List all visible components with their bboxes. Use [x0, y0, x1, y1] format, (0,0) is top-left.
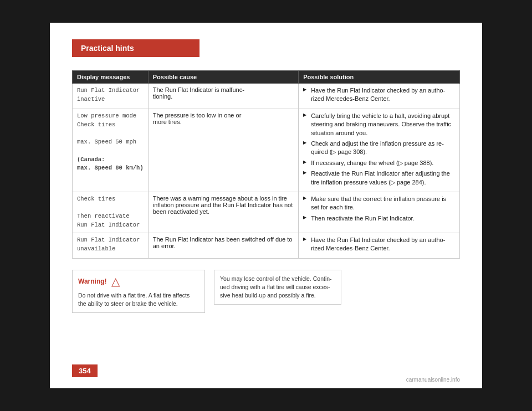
- solution-item: Reactivate the Run Flat Indicator after …: [303, 169, 455, 187]
- display-msg-cell: Run Flat Indicator unavailable: [73, 233, 149, 258]
- warning-triangle-icon: △: [111, 275, 120, 288]
- solution-item: If necessary, change the wheel (▷ page 3…: [303, 159, 455, 167]
- solution-cell: Make sure that the correct tire inflatio…: [299, 192, 460, 233]
- warning-title: Warning! △: [78, 275, 199, 288]
- table-row: Check tires Then reactivate Run Flat Ind…: [73, 192, 460, 233]
- solution-cell: Have the Run Flat Indicator checked by a…: [299, 84, 460, 109]
- warning-note: You may lose control of the vehicle. Con…: [214, 270, 341, 305]
- solution-cell: Have the Run Flat Indicator checked by a…: [299, 233, 460, 258]
- display-msg-cell: Check tires Then reactivate Run Flat Ind…: [73, 192, 149, 233]
- cause-cell: The pressure is too low in one ormore ti…: [148, 109, 298, 192]
- table-row: Low pressure mode Check tires max. Speed…: [73, 109, 460, 192]
- cause-cell: There was a warning message about a loss…: [148, 192, 298, 233]
- col-possible-solution: Possible solution: [299, 71, 460, 84]
- warning-body-text: Do not drive with a flat tire. A flat ti…: [78, 291, 199, 308]
- cause-cell: The Run Flat Indicator has been switched…: [148, 233, 298, 258]
- cause-cell: The Run Flat Indicator is malfunc-tionin…: [148, 84, 298, 109]
- section-header: Practical hints: [72, 39, 200, 57]
- display-messages-table: Display messages Possible cause Possible…: [72, 70, 460, 259]
- solution-item: Have the Run Flat Indicator checked by a…: [303, 86, 455, 104]
- solution-item: Check and adjust the tire inflation pres…: [303, 140, 455, 157]
- warning-note-text: You may lose control of the vehicle. Con…: [220, 275, 332, 299]
- col-possible-cause: Possible cause: [148, 71, 298, 84]
- solution-item: Have the Run Flat Indicator checked by a…: [303, 236, 455, 253]
- warning-section: Warning! △ Do not drive with a flat tire…: [72, 270, 460, 313]
- solution-item: Make sure that the correct tire inflatio…: [303, 195, 455, 212]
- page-number: 354: [72, 364, 98, 377]
- col-display-messages: Display messages: [73, 71, 149, 84]
- solution-item: Then reactivate the Run Flat Indicator.: [303, 214, 455, 223]
- table-row: Run Flat Indicator inactive The Run Flat…: [73, 84, 460, 109]
- table-row: Run Flat Indicator unavailable The Run F…: [73, 233, 460, 258]
- warning-label: Warning!: [78, 278, 107, 285]
- solution-cell: Carefully bring the vehicle to a halt, a…: [299, 109, 460, 192]
- footer-logo: carmanualsonline.info: [406, 377, 460, 383]
- solution-item: Carefully bring the vehicle to a halt, a…: [303, 112, 455, 137]
- warning-box: Warning! △ Do not drive with a flat tire…: [72, 270, 205, 313]
- display-msg-cell: Run Flat Indicator inactive: [73, 84, 149, 109]
- display-msg-cell: Low pressure mode Check tires max. Speed…: [73, 109, 149, 192]
